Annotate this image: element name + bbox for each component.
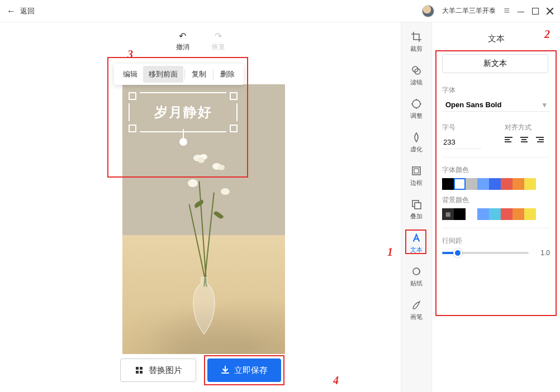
chevron-down-icon: ▾ xyxy=(543,101,547,109)
color-swatch[interactable] xyxy=(512,178,524,190)
color-swatch[interactable] xyxy=(512,208,524,220)
adjust-icon xyxy=(410,98,423,110)
replace-icon xyxy=(134,365,144,375)
flower xyxy=(210,160,227,173)
edit-button[interactable]: 编辑 xyxy=(117,66,143,83)
font-value: Open Sans Bold xyxy=(445,101,501,109)
copy-button[interactable]: 复制 xyxy=(186,66,212,83)
font-select[interactable]: Open Sans Bold ▾ xyxy=(442,98,550,112)
redo-button: ↷ 恢复 xyxy=(212,31,225,52)
back-label: 返回 xyxy=(20,6,35,16)
svg-point-5 xyxy=(188,179,198,187)
tool-filter[interactable]: 滤镜 xyxy=(405,64,428,87)
tool-adjust[interactable]: 调整 xyxy=(405,98,428,120)
tool-label: 边框 xyxy=(410,179,423,187)
tool-brush[interactable]: 画笔 xyxy=(405,299,428,321)
tool-blur[interactable]: 虚化 xyxy=(405,131,428,154)
color-swatch[interactable] xyxy=(524,208,536,220)
separator xyxy=(184,69,185,79)
tool-label: 滤镜 xyxy=(410,78,423,87)
color-swatch[interactable] xyxy=(454,178,466,190)
undo-button[interactable]: ↶ 撤消 xyxy=(176,31,189,52)
brush-icon xyxy=(410,299,423,311)
tool-border[interactable]: 边框 xyxy=(405,165,428,187)
line-spacing-row: 1.0 xyxy=(442,249,550,257)
flower xyxy=(192,151,209,165)
undo-redo-bar: ↶ 撤消 ↷ 恢复 xyxy=(176,31,225,52)
back-button[interactable]: ← 返回 xyxy=(7,6,35,16)
undo-label: 撤消 xyxy=(176,42,189,52)
delete-button[interactable]: 删除 xyxy=(215,66,240,83)
color-swatch[interactable] xyxy=(466,178,477,190)
header-right: 大羊二羊三羊开泰 ≡ xyxy=(422,5,553,17)
tool-sticker[interactable]: 贴纸 xyxy=(405,265,428,288)
title-bar: ← 返回 大羊二羊三羊开泰 ≡ xyxy=(0,0,560,22)
back-arrow-icon: ← xyxy=(7,6,16,16)
color-swatch[interactable] xyxy=(442,178,454,190)
svg-rect-10 xyxy=(412,167,420,175)
vase xyxy=(184,277,224,338)
save-label: 立即保存 xyxy=(234,365,268,376)
tool-overlay[interactable]: 叠加 xyxy=(405,198,428,221)
rotate-handle[interactable] xyxy=(179,129,187,146)
font-size-input[interactable] xyxy=(442,136,481,149)
font-label: 字体 xyxy=(442,85,553,95)
minimize-button[interactable] xyxy=(518,6,524,12)
text-selection-frame[interactable]: 岁月静好 xyxy=(129,92,238,132)
download-icon xyxy=(221,366,230,375)
panel-title: 文本 xyxy=(439,34,553,44)
color-swatch[interactable] xyxy=(466,208,477,220)
tool-crop[interactable]: 裁剪 xyxy=(405,31,428,53)
replace-image-button[interactable]: 替换图片 xyxy=(120,358,196,382)
blur-icon xyxy=(410,131,423,144)
color-swatch[interactable] xyxy=(489,208,501,220)
font-color-swatches xyxy=(442,178,550,190)
align-right-button[interactable] xyxy=(536,137,544,142)
svg-point-2 xyxy=(198,157,205,163)
filter-icon xyxy=(410,64,423,77)
color-swatch[interactable] xyxy=(489,178,501,190)
line-spacing-slider[interactable] xyxy=(442,252,529,254)
save-button[interactable]: 立即保存 xyxy=(207,358,281,382)
tool-text[interactable]: 文本 xyxy=(405,232,428,254)
avatar[interactable] xyxy=(422,5,434,17)
annotation-1: 1 xyxy=(387,246,393,259)
caption-text[interactable]: 岁月静好 xyxy=(129,92,238,132)
svg-point-6 xyxy=(221,188,230,195)
annotation-3: 3 xyxy=(127,48,133,61)
flower-stem xyxy=(203,192,215,286)
color-swatch[interactable] xyxy=(501,208,512,220)
divider xyxy=(442,157,550,157)
bring-front-button[interactable]: 移到前面 xyxy=(143,66,183,83)
flower xyxy=(184,176,201,190)
new-text-button[interactable]: 新文本 xyxy=(442,54,548,73)
crop-icon xyxy=(410,31,423,43)
maximize-button[interactable] xyxy=(532,8,539,15)
leaf xyxy=(213,210,224,220)
main: ↶ 撤消 ↷ 恢复 3 编辑 移到前面 复制 删除 xyxy=(0,22,560,392)
color-swatch[interactable] xyxy=(501,178,512,190)
line-spacing-label: 行间距 xyxy=(442,236,553,246)
color-swatch[interactable]: ▦ xyxy=(442,208,454,220)
text-icon xyxy=(410,232,423,244)
separator xyxy=(213,69,213,79)
svg-rect-11 xyxy=(414,169,419,173)
align-left-button[interactable] xyxy=(505,137,512,142)
menu-icon[interactable]: ≡ xyxy=(504,5,510,17)
close-button[interactable] xyxy=(547,8,553,15)
redo-label: 恢复 xyxy=(212,42,225,52)
color-swatch[interactable] xyxy=(454,208,466,220)
tool-rail: 裁剪 滤镜 调整 虚化 边框 叠加 文本 贴纸 xyxy=(401,22,431,392)
tool-label: 叠加 xyxy=(410,212,423,221)
color-swatch[interactable] xyxy=(477,178,489,190)
size-label: 字号 xyxy=(442,123,488,132)
align-center-button[interactable] xyxy=(520,137,528,142)
line-spacing-value: 1.0 xyxy=(534,249,550,257)
annotation-2: 2 xyxy=(544,28,550,41)
username: 大羊二羊三羊开泰 xyxy=(442,6,496,16)
tool-label: 虚化 xyxy=(410,145,423,154)
color-swatch[interactable] xyxy=(524,178,536,190)
color-swatch[interactable] xyxy=(477,208,489,220)
tool-label: 文本 xyxy=(410,246,423,254)
tool-label: 画笔 xyxy=(410,313,423,321)
